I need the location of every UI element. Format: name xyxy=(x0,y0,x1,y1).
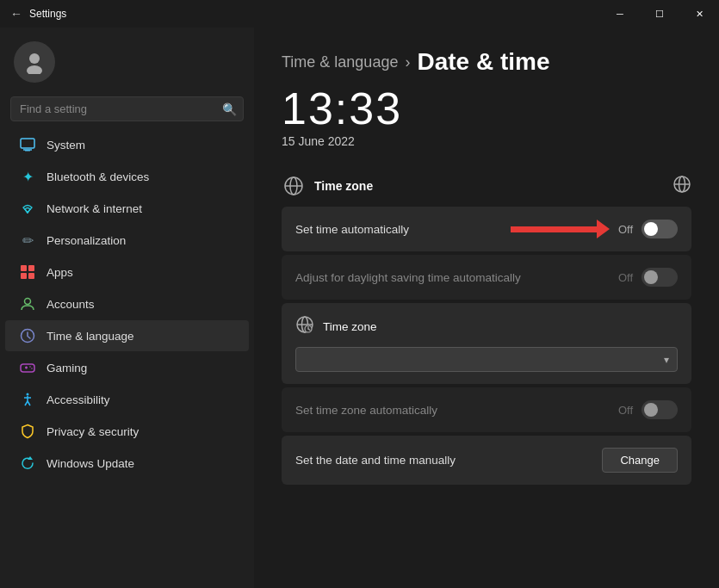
arrow-head xyxy=(597,220,610,238)
sidebar-item-label-accounts: Accounts xyxy=(46,298,95,311)
titlebar: ← Settings ─ ☐ ✕ xyxy=(0,0,719,28)
gaming-icon xyxy=(19,359,36,376)
toggle-knob-3 xyxy=(644,403,658,417)
accounts-icon xyxy=(19,295,36,313)
timezone-dropdown-wrapper[interactable]: ▾ xyxy=(295,347,678,372)
timezone-dropdown[interactable] xyxy=(295,347,678,372)
set-time-auto-row: Set time automatically Off xyxy=(282,207,691,251)
page-title: Date & time xyxy=(417,48,549,76)
svg-rect-7 xyxy=(28,265,34,271)
app-title: Settings xyxy=(29,8,66,20)
main-content: Time & language › Date & time 13:33 15 J… xyxy=(254,28,719,588)
daylight-saving-label: Adjust for daylight saving time automati… xyxy=(295,271,521,284)
breadcrumb-parent[interactable]: Time & language xyxy=(282,53,398,71)
sidebar-item-network[interactable]: Network & internet xyxy=(5,193,249,224)
avatar xyxy=(14,41,55,83)
system-icon xyxy=(19,136,36,153)
search-icon: 🔍 xyxy=(222,102,237,116)
date-display: 15 June 2022 xyxy=(282,134,691,148)
clock-display: 13:33 xyxy=(282,83,691,134)
breadcrumb: Time & language › Date & time xyxy=(282,48,691,76)
minimize-button[interactable]: ─ xyxy=(600,0,640,28)
svg-line-20 xyxy=(25,401,28,405)
svg-rect-8 xyxy=(21,273,27,279)
change-button[interactable]: Change xyxy=(602,448,678,473)
sidebar-item-privacy[interactable]: Privacy & security xyxy=(5,416,249,447)
toggle-knob-2 xyxy=(644,270,658,284)
svg-point-1 xyxy=(27,65,42,74)
timezone-row-header: Time zone xyxy=(295,315,678,338)
sidebar-item-personalization[interactable]: ✏ Personalization xyxy=(5,225,249,256)
sidebar-item-apps[interactable]: Apps xyxy=(5,257,249,288)
svg-point-16 xyxy=(31,368,33,369)
section-timezone-label: Time zone xyxy=(314,179,373,193)
sidebar-item-label-time: Time & language xyxy=(46,330,134,343)
svg-line-21 xyxy=(28,401,30,405)
set-timezone-auto-label: Set time zone automatically xyxy=(295,404,437,417)
sidebar-item-label-accessibility: Accessibility xyxy=(46,393,110,406)
timezone-clock-icon xyxy=(295,315,314,338)
app-body: 🔍 System ✦ Bluetooth & devices xyxy=(0,28,719,588)
set-timezone-auto-toggle[interactable] xyxy=(642,400,678,419)
set-time-auto-right: Off xyxy=(511,220,678,238)
timezone-row-label: Time zone xyxy=(323,320,377,333)
maximize-button[interactable]: ☐ xyxy=(640,0,679,28)
set-time-auto-label: Set time automatically xyxy=(295,223,409,236)
sidebar-item-accessibility[interactable]: Accessibility xyxy=(5,384,249,415)
sidebar-item-label-system: System xyxy=(46,139,85,152)
breadcrumb-separator: › xyxy=(405,53,410,71)
svg-rect-6 xyxy=(21,265,27,271)
sidebar-item-accounts[interactable]: Accounts xyxy=(5,288,249,319)
daylight-saving-row: Adjust for daylight saving time automati… xyxy=(282,255,691,300)
update-icon xyxy=(19,455,36,472)
svg-point-0 xyxy=(29,53,40,64)
sidebar-item-time[interactable]: Time & language xyxy=(5,320,249,351)
sidebar-item-system[interactable]: System xyxy=(5,129,249,160)
sidebar-item-label-gaming: Gaming xyxy=(46,362,87,374)
bluetooth-icon: ✦ xyxy=(19,168,36,185)
sidebar-item-label-privacy: Privacy & security xyxy=(46,425,139,438)
set-timezone-auto-row: Set time zone automatically Off xyxy=(282,387,691,432)
set-time-auto-toggle[interactable] xyxy=(642,220,678,238)
svg-rect-2 xyxy=(21,139,34,148)
daylight-saving-status: Off xyxy=(618,271,633,284)
network-icon xyxy=(19,200,36,217)
daylight-saving-toggle[interactable] xyxy=(642,268,678,287)
sidebar: 🔍 System ✦ Bluetooth & devices xyxy=(0,28,254,588)
time-icon xyxy=(19,327,36,344)
svg-point-17 xyxy=(27,393,29,396)
search-input[interactable] xyxy=(10,96,244,121)
sidebar-item-gaming[interactable]: Gaming xyxy=(5,352,249,383)
globe-clock-icon xyxy=(282,174,306,198)
set-timezone-auto-right: Off xyxy=(618,400,678,419)
arrow-body xyxy=(511,226,597,232)
sidebar-item-bluetooth[interactable]: ✦ Bluetooth & devices xyxy=(5,161,249,192)
set-timezone-auto-status: Off xyxy=(618,404,633,417)
svg-point-15 xyxy=(29,366,31,368)
sidebar-item-label-apps: Apps xyxy=(46,266,73,279)
sidebar-item-label-personalization: Personalization xyxy=(46,234,126,247)
manual-datetime-right: Change xyxy=(602,448,678,473)
manual-datetime-row: Set the date and time manually Change xyxy=(282,436,691,485)
svg-point-5 xyxy=(27,211,28,213)
back-button[interactable]: ← xyxy=(10,7,22,21)
accessibility-icon xyxy=(19,391,36,408)
section-header-timezone: Time zone xyxy=(282,165,691,207)
user-profile[interactable] xyxy=(0,31,254,96)
timezone-select-row: Time zone ▾ xyxy=(282,303,691,384)
svg-rect-9 xyxy=(28,273,34,279)
sidebar-item-label-update: Windows Update xyxy=(46,457,134,470)
red-arrow-indicator xyxy=(511,220,610,238)
sidebar-item-update[interactable]: Windows Update xyxy=(5,448,249,479)
set-time-auto-status: Off xyxy=(618,223,633,236)
close-button[interactable]: ✕ xyxy=(679,0,719,28)
window-controls: ─ ☐ ✕ xyxy=(600,0,719,28)
daylight-saving-right: Off xyxy=(618,268,678,287)
search-bar[interactable]: 🔍 xyxy=(10,96,244,121)
sidebar-item-label-network: Network & internet xyxy=(46,202,142,215)
manual-datetime-label: Set the date and time manually xyxy=(295,454,456,467)
toggle-knob xyxy=(644,222,658,236)
svg-point-10 xyxy=(25,299,31,305)
personalization-icon: ✏ xyxy=(19,232,36,249)
privacy-icon xyxy=(19,423,36,440)
